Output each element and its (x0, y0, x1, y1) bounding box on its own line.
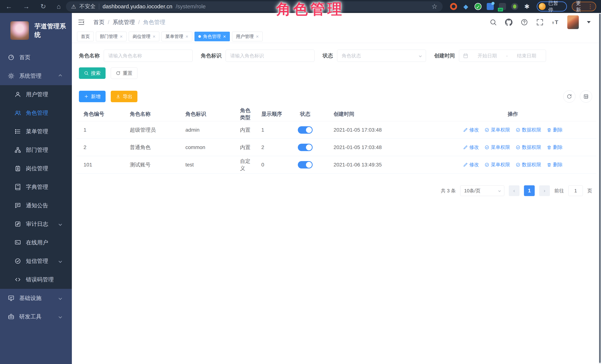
extensions-puzzle-icon[interactable]: ✱ (523, 3, 531, 10)
browser-update-button[interactable]: 更新 ⋮ (572, 2, 596, 11)
sidebar-item-error-code[interactable]: 错误码管理 (0, 270, 72, 289)
page-scrollbar[interactable] (599, 13, 601, 364)
extension-icon[interactable] (450, 3, 457, 10)
sidebar-item-role-mgmt[interactable]: 角色管理 (0, 104, 72, 122)
tab-role-mgmt[interactable]: 角色管理 × (194, 32, 230, 41)
sidebar-item-label: 审计日志 (26, 220, 48, 228)
extension-icon[interactable]: ✓ (474, 3, 481, 10)
tab-post-mgmt[interactable]: 岗位管理 × (129, 32, 159, 41)
date-range-picker[interactable]: 开始日期 - 结束日期 (459, 50, 546, 62)
sidebar-item-dict-mgmt[interactable]: 字典管理 (0, 178, 72, 196)
edit-action[interactable]: 修改 (463, 127, 479, 133)
page-size-value: 10条/页 (464, 187, 481, 194)
reload-icon[interactable]: ↻ (40, 3, 46, 10)
delete-action[interactable]: 删除 (547, 161, 563, 168)
reset-button[interactable]: 重置 (111, 67, 137, 79)
sidebar-item-notice[interactable]: 通知公告 (0, 196, 72, 215)
status-select[interactable]: 角色状态 (337, 50, 426, 62)
address-bar[interactable]: ⚠ 不安全 dashboard.yudao.iocoder.cn /system… (66, 1, 443, 12)
range-separator: - (506, 53, 508, 59)
breadcrumb-home[interactable]: 首页 (93, 19, 104, 26)
scrollbar-thumb[interactable] (599, 14, 601, 363)
menu-permission-action[interactable]: 菜单权限 (484, 127, 510, 133)
cell-role-type: 内置 (233, 121, 254, 139)
collapse-sidebar-icon[interactable] (77, 18, 85, 26)
filter-role-name: 角色名称 (79, 50, 193, 62)
data-permission-action[interactable]: 数据权限 (516, 161, 541, 168)
font-size-icon[interactable]: тT (552, 19, 559, 26)
tab-user-mgmt[interactable]: 用户管理 × (232, 32, 263, 41)
home-icon[interactable]: ⌂ (57, 3, 61, 10)
page-size-select[interactable]: 10条/页 (460, 185, 504, 196)
sidebar-item-post-mgmt[interactable]: 岗位管理 (0, 159, 72, 178)
extension-icon[interactable] (499, 3, 506, 10)
data-permission-action[interactable]: 数据权限 (516, 144, 541, 150)
role-name-input[interactable] (104, 50, 193, 62)
status-toggle[interactable] (298, 161, 313, 168)
edit-action[interactable]: 修改 (463, 161, 479, 168)
goto-page-input[interactable] (568, 185, 583, 196)
status-toggle[interactable] (298, 126, 313, 134)
annotation-overlay-title: 角色管理 (276, 0, 344, 19)
close-icon[interactable]: × (185, 34, 188, 39)
bookmark-star-icon[interactable]: ☆ (431, 3, 438, 10)
extension-icon[interactable] (511, 3, 518, 10)
extension-icon[interactable] (487, 3, 494, 10)
tab-home[interactable]: 首页 (77, 32, 94, 41)
sidebar-item-menu-mgmt[interactable]: 菜单管理 (0, 122, 72, 141)
profile-paused-badge[interactable]: 已暂停 (537, 1, 567, 11)
sidebar-item-audit-log[interactable]: 审计日志 (0, 215, 72, 233)
extension-icon[interactable]: ◆ (462, 3, 469, 10)
chevron-down-icon (419, 54, 422, 57)
close-icon[interactable]: × (153, 34, 155, 39)
security-warning-icon[interactable]: ⚠ (71, 3, 76, 10)
data-permission-action[interactable]: 数据权限 (516, 127, 541, 133)
svg-text:T: T (555, 19, 558, 25)
menu-permission-action[interactable]: 菜单权限 (484, 144, 510, 150)
tab-menu-mgmt[interactable]: 菜单管理 × (161, 32, 192, 41)
goto-label: 前往 (554, 187, 564, 194)
refresh-table-button[interactable] (563, 90, 575, 103)
search-icon[interactable] (490, 19, 497, 26)
delete-action[interactable]: 删除 (547, 144, 563, 150)
breadcrumb-system[interactable]: 系统管理 (113, 19, 135, 26)
export-button[interactable]: 导出 (111, 91, 137, 102)
fullscreen-icon[interactable] (536, 19, 544, 26)
help-icon[interactable] (521, 19, 528, 26)
avatar-caret-icon[interactable] (587, 21, 591, 23)
user-avatar[interactable] (567, 15, 579, 29)
next-page-button[interactable]: › (539, 185, 550, 196)
menu-permission-action[interactable]: 菜单权限 (484, 161, 510, 168)
close-icon[interactable]: × (256, 34, 259, 39)
sidebar-item-home[interactable]: 首页 (0, 48, 72, 67)
delete-action[interactable]: 删除 (547, 127, 563, 133)
extensions-area: ◆ ✓ ✱ (450, 3, 531, 10)
page-number-current[interactable]: 1 (524, 185, 535, 196)
role-code-input[interactable] (226, 50, 314, 62)
sidebar-item-user-mgmt[interactable]: 用户管理 (0, 85, 72, 104)
close-icon[interactable]: × (223, 34, 226, 39)
sidebar-item-system[interactable]: 系统管理 (0, 67, 72, 85)
sidebar-item-dept-mgmt[interactable]: 部门管理 (0, 141, 72, 159)
user-icon (14, 91, 21, 98)
forward-icon[interactable]: → (23, 3, 30, 10)
add-button[interactable]: 新增 (79, 91, 106, 102)
browser-menu-icon[interactable]: ⋮ (588, 3, 593, 10)
sidebar-item-infrastructure[interactable]: 基础设施 (0, 289, 72, 307)
sidebar-item-sms-mgmt[interactable]: 短信管理 (0, 252, 72, 270)
prev-page-button[interactable]: ‹ (509, 185, 520, 196)
sidebar-item-online-users[interactable]: 在线用户 (0, 233, 72, 252)
sidebar-item-dev-tools[interactable]: 研发工具 (0, 307, 72, 326)
back-icon[interactable]: ← (6, 3, 12, 10)
app-logo[interactable]: 芋道管理系统 (0, 13, 72, 48)
search-button[interactable]: 搜索 (79, 67, 106, 79)
column-settings-button[interactable] (580, 90, 592, 103)
status-toggle[interactable] (298, 144, 313, 151)
filter-label: 状态 (323, 52, 333, 59)
book-icon (14, 184, 21, 190)
tab-label: 用户管理 (236, 33, 254, 39)
github-icon[interactable] (505, 19, 512, 26)
edit-action[interactable]: 修改 (463, 144, 479, 150)
close-icon[interactable]: × (120, 34, 123, 39)
tab-dept-mgmt[interactable]: 部门管理 × (96, 32, 127, 41)
